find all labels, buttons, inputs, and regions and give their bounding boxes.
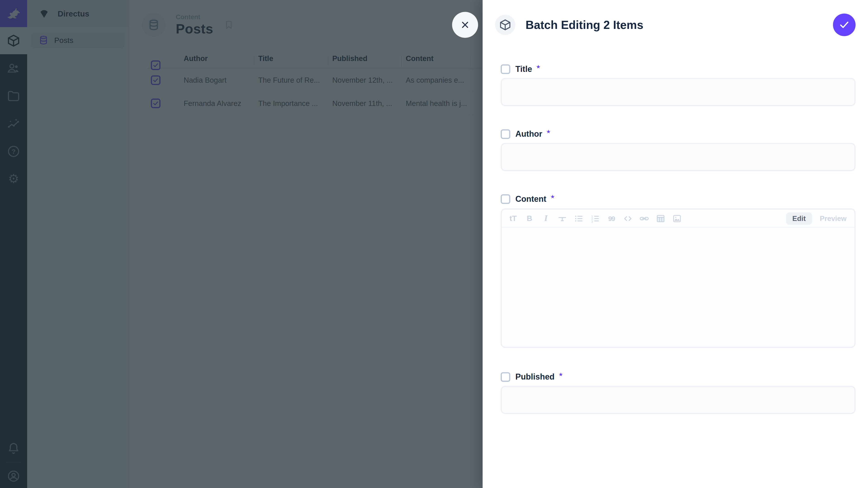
link-icon[interactable]	[639, 213, 650, 224]
heading-icon[interactable]: tT	[507, 213, 519, 224]
markdown-toolbar: tT B I 123 99	[502, 210, 855, 228]
svg-text:3: 3	[591, 220, 593, 223]
required-icon: ★	[559, 372, 563, 377]
tab-edit[interactable]: Edit	[786, 212, 812, 225]
field-author: Author ★	[501, 128, 856, 140]
drawer-header-icon-circle	[495, 15, 515, 35]
field-label: Author	[515, 129, 542, 138]
check-icon	[839, 19, 850, 31]
markdown-editor-body[interactable]	[502, 228, 855, 348]
drawer-title: Batch Editing 2 Items	[526, 18, 643, 32]
field-content: Content ★	[501, 193, 856, 204]
close-drawer-button[interactable]	[452, 12, 478, 38]
image-icon[interactable]	[671, 213, 683, 224]
tab-preview[interactable]: Preview	[817, 212, 849, 225]
field-label: Content	[515, 194, 546, 203]
close-icon	[460, 20, 470, 30]
table-icon[interactable]	[655, 213, 666, 224]
field-label: Title	[515, 64, 532, 73]
drawer-overlay[interactable]	[0, 0, 483, 488]
title-input[interactable]	[501, 78, 856, 106]
italic-icon[interactable]: I	[540, 213, 552, 224]
box-icon	[499, 19, 512, 31]
required-icon: ★	[536, 64, 540, 70]
strikethrough-icon[interactable]	[557, 213, 568, 224]
code-icon[interactable]	[622, 213, 633, 224]
batch-field-checkbox[interactable]	[501, 372, 510, 382]
drawer-header: Batch Editing 2 Items	[495, 15, 643, 35]
app: ? ⚙ Directus Post	[0, 0, 868, 488]
author-input[interactable]	[501, 143, 856, 171]
blockquote-icon[interactable]: 99	[606, 213, 617, 224]
numbered-list-icon[interactable]: 123	[590, 213, 601, 224]
required-icon: ★	[546, 129, 551, 134]
field-label: Published	[515, 372, 555, 381]
field-published: Published ★	[501, 371, 856, 383]
editor-tabs: Edit Preview	[786, 212, 849, 225]
batch-field-checkbox[interactable]	[501, 194, 510, 204]
required-icon: ★	[550, 194, 555, 199]
save-button[interactable]	[833, 13, 856, 36]
batch-field-checkbox[interactable]	[501, 129, 510, 139]
bulleted-list-icon[interactable]	[573, 213, 584, 224]
batch-field-checkbox[interactable]	[501, 64, 510, 74]
published-input[interactable]	[501, 386, 856, 414]
bold-icon[interactable]: B	[524, 213, 535, 224]
field-title: Title ★	[501, 63, 856, 74]
markdown-editor: tT B I 123 99	[501, 208, 856, 348]
